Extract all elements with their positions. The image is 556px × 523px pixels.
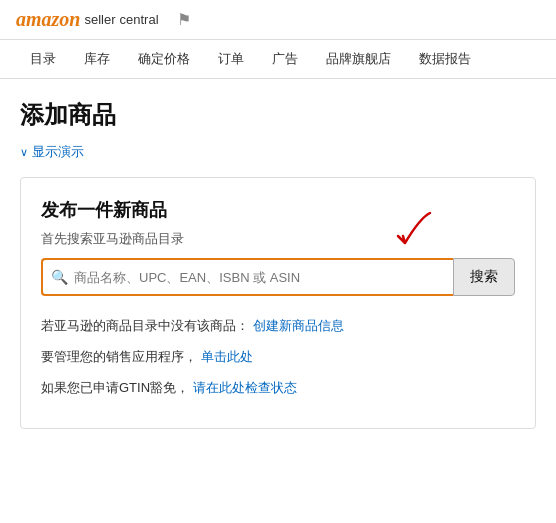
publish-card: 发布一件新商品 首先搜索亚马逊商品目录 🔍 搜索 若亚马逊的商品目录中没有该商品… — [20, 177, 536, 429]
info-text-gtin: 如果您已申请GTIN豁免， — [41, 380, 189, 395]
nav-item-reports[interactable]: 数据报告 — [405, 40, 485, 78]
search-button[interactable]: 搜索 — [453, 258, 515, 296]
nav-item-stores[interactable]: 品牌旗舰店 — [312, 40, 405, 78]
header: amazon seller central ⚑ — [0, 0, 556, 40]
logo-seller: seller — [84, 12, 115, 27]
flag-icon: ⚑ — [175, 11, 193, 29]
info-text-manage: 要管理您的销售应用程序， — [41, 349, 197, 364]
logo-central: central — [120, 12, 159, 27]
gtin-status-link[interactable]: 请在此处检查状态 — [193, 380, 297, 395]
show-demo-section: ∨ 显示演示 — [20, 143, 536, 161]
info-line-create: 若亚马逊的商品目录中没有该商品： 创建新商品信息 — [41, 316, 515, 337]
search-icon: 🔍 — [51, 269, 68, 285]
show-demo-link[interactable]: 显示演示 — [32, 143, 84, 161]
logo-amazon: amazon — [16, 8, 80, 31]
info-line-gtin: 如果您已申请GTIN豁免， 请在此处检查状态 — [41, 378, 515, 399]
info-line-manage: 要管理您的销售应用程序， 单击此处 — [41, 347, 515, 368]
search-input-wrapper: 🔍 — [41, 258, 453, 296]
card-subtitle: 首先搜索亚马逊商品目录 — [41, 230, 515, 248]
page-title: 添加商品 — [20, 99, 536, 131]
navigation: 目录 库存 确定价格 订单 广告 品牌旗舰店 数据报告 — [0, 40, 556, 79]
info-text-create: 若亚马逊的商品目录中没有该商品： — [41, 318, 249, 333]
create-new-product-link[interactable]: 创建新商品信息 — [253, 318, 344, 333]
nav-item-inventory[interactable]: 库存 — [70, 40, 124, 78]
main-content: 添加商品 ∨ 显示演示 发布一件新商品 首先搜索亚马逊商品目录 🔍 搜索 若亚马… — [0, 79, 556, 449]
manage-link[interactable]: 单击此处 — [201, 349, 253, 364]
nav-item-catalog[interactable]: 目录 — [16, 40, 70, 78]
card-title: 发布一件新商品 — [41, 198, 515, 222]
nav-item-pricing[interactable]: 确定价格 — [124, 40, 204, 78]
search-row: 🔍 搜索 — [41, 258, 515, 296]
chevron-down-icon: ∨ — [20, 146, 28, 159]
nav-item-advertising[interactable]: 广告 — [258, 40, 312, 78]
logo: amazon seller central — [16, 8, 159, 31]
nav-item-orders[interactable]: 订单 — [204, 40, 258, 78]
search-input[interactable] — [74, 270, 445, 285]
